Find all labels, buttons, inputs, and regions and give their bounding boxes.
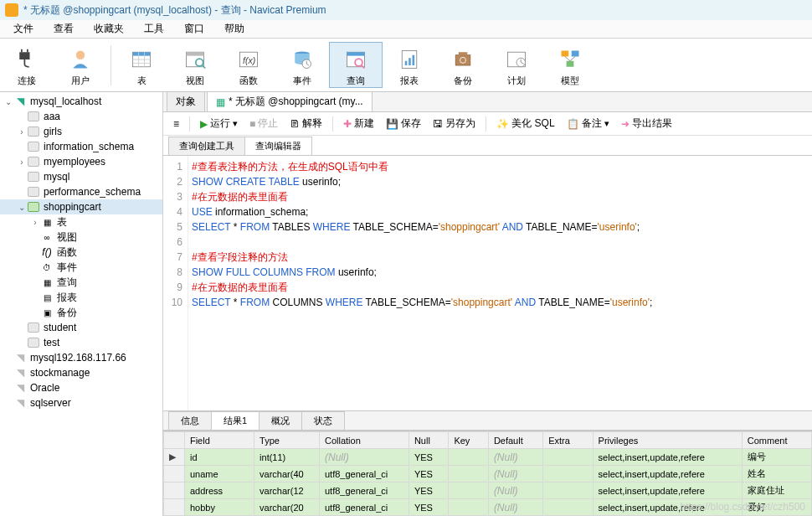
sql-editor[interactable]: 12345678910 #查看表注释的方法，在生成的SQL语句中看 SHOW C… [163,156,812,410]
tree-stockmanage[interactable]: ◥stockmanage [0,365,162,380]
bk-icon: ▣ [40,307,54,318]
menu-文件[interactable]: 文件 [3,22,44,36]
tool-view[interactable]: 视图 [168,43,222,87]
col-Null[interactable]: Null [409,432,449,449]
tree-information_schema[interactable]: information_schema [0,139,162,154]
tree-视图[interactable]: ∞视图 [0,230,162,245]
report-icon [396,46,423,73]
twisty-icon[interactable]: › [17,157,27,167]
connection-tree[interactable]: ⌄◥mysql_localhostaaa›girlsinformation_sc… [0,92,163,516]
tree-查询[interactable]: ▦查询 [0,275,162,290]
tree-Oracle[interactable]: ◥Oracle [0,380,162,395]
menu-工具[interactable]: 工具 [134,22,174,36]
menu-查看[interactable]: 查看 [44,22,84,36]
tree-girls[interactable]: ›girls [0,124,162,139]
tool-query[interactable]: 查询 [329,42,383,88]
tool-user[interactable]: 用户 [54,43,107,87]
col-Key[interactable]: Key [449,432,489,449]
tool-table[interactable]: 表 [115,43,168,87]
table-row[interactable]: ▶idint(11)(Null)YES(Null)select,insert,u… [164,449,812,466]
tree-备份[interactable]: ▣备份 [0,305,162,320]
run-button[interactable]: ▶运行 ▾ [195,115,243,132]
svg-rect-5 [133,52,151,55]
svg-line-13 [203,65,206,69]
code-area[interactable]: #查看表注释的方法，在生成的SQL语句中看 SHOW CREATE TABLE … [188,156,812,410]
tool-plug[interactable]: 连接 [0,43,54,87]
save-button[interactable]: 💾保存 [381,115,426,132]
table-row[interactable]: hobbyvarchar(20utf8_general_ciYES(Null)s… [164,499,812,516]
tree-mysql[interactable]: mysql [0,169,162,184]
saveas-button[interactable]: 🖫另存为 [428,115,481,132]
rp-icon: ▤ [40,292,54,303]
tree-mysql_localhost[interactable]: ⌄◥mysql_localhost [0,94,162,109]
svg-rect-25 [405,61,408,65]
tree-test[interactable]: test [0,335,162,350]
col-Field[interactable]: Field [184,432,254,449]
tab-query[interactable]: ▦ * 无标题 @shoppingcart (my... [207,92,373,111]
svg-rect-21 [347,52,365,55]
tree-事件[interactable]: ⏱事件 [0,260,162,275]
svg-rect-0 [19,52,29,59]
col-Privileges[interactable]: Privileges [593,432,742,449]
tool-model[interactable]: 模型 [543,43,597,87]
server-off-icon: ◥ [13,397,27,409]
explain-button[interactable]: 🖹解释 [285,115,327,132]
tree-mysql192.168.117.66[interactable]: ◥mysql192.168.117.66 [0,350,162,365]
plug-icon [13,46,40,73]
server-off-icon: ◥ [13,367,27,379]
new-button[interactable]: ✚新建 [338,115,379,132]
server-icon: ◥ [13,95,27,107]
tab-objects[interactable]: 对象 [167,92,205,111]
table-row[interactable]: unamevarchar(40utf8_general_ciYES(Null)s… [164,466,812,482]
tool-report[interactable]: 报表 [383,43,436,87]
tool-event[interactable]: 事件 [275,43,329,87]
col-Collation[interactable]: Collation [319,432,409,449]
tool-backup[interactable]: 备份 [436,43,490,87]
result-tab-信息[interactable]: 信息 [168,411,212,430]
tab-editor[interactable]: 查询编辑器 [244,137,312,155]
query-actionbar: ≡ ▶运行 ▾ ■停止 🖹解释 ✚新建 💾保存 🖫另存为 ✨美化 SQL 📋备注… [163,112,812,136]
menu-toggle-button[interactable]: ≡ [168,116,184,132]
tree-报表[interactable]: ▤报表 [0,290,162,305]
note-button[interactable]: 📋备注 ▾ [562,115,614,132]
export-button[interactable]: ➜导出结果 [616,115,677,132]
db-icon [27,126,40,137]
db-icon [27,156,40,168]
result-grid[interactable]: FieldTypeCollationNullKeyDefaultExtraPri… [163,431,812,516]
tool-fx[interactable]: f(x)函数 [222,43,275,87]
twisty-icon[interactable]: ⌄ [3,97,13,106]
tab-builder[interactable]: 查询创建工具 [168,137,245,155]
tree-student[interactable]: student [0,320,162,335]
col-Type[interactable]: Type [254,432,320,449]
tree-表[interactable]: ›▦表 [0,214,162,230]
menu-收藏夹[interactable]: 收藏夹 [84,22,134,36]
tree-sqlserver[interactable]: ◥sqlserver [0,395,162,410]
tree-performance_schema[interactable]: performance_schema [0,184,162,199]
twisty-icon[interactable]: › [17,127,27,137]
stop-button[interactable]: ■停止 [244,115,283,132]
table-row[interactable]: addressvarchar(12utf8_general_ciYES(Null… [164,482,812,499]
col-Default[interactable]: Default [488,432,542,449]
result-tab-结果1[interactable]: 结果1 [211,411,260,430]
twisty-icon[interactable]: › [30,218,40,227]
qr-icon: ▦ [40,276,54,288]
result-tab-概况[interactable]: 概况 [259,411,302,430]
tool-plan[interactable]: 计划 [490,43,543,87]
col-Comment[interactable]: Comment [742,432,811,449]
tree-函数[interactable]: f()函数 [0,245,162,260]
menu-帮助[interactable]: 帮助 [214,22,254,36]
tree-myemployees[interactable]: ›myemployees [0,154,162,169]
user-icon [67,46,94,73]
col-Extra[interactable]: Extra [543,432,593,449]
server-off-icon: ◥ [13,352,27,364]
result-tab-状态[interactable]: 状态 [301,411,345,430]
svg-rect-27 [413,55,415,65]
menubar: 文件查看收藏夹工具窗口帮助 [0,20,812,39]
tree-shoppingcart[interactable]: ⌄shoppingcart [0,199,162,214]
table-icon [128,46,155,73]
svg-rect-26 [409,58,411,65]
twisty-icon[interactable]: ⌄ [17,203,27,212]
menu-窗口[interactable]: 窗口 [174,22,214,36]
tree-aaa[interactable]: aaa [0,109,162,124]
beautify-button[interactable]: ✨美化 SQL [491,115,559,132]
